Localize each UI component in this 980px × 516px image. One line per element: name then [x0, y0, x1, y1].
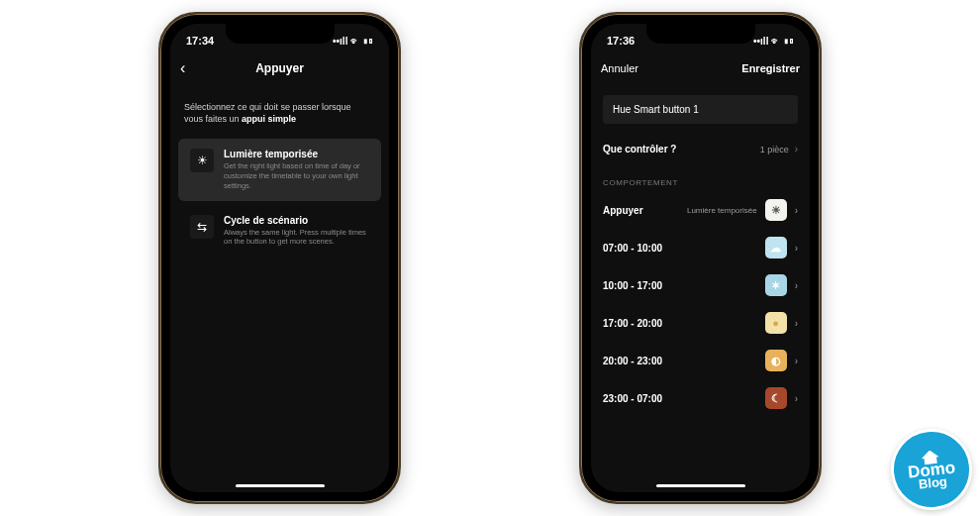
time-slot-row[interactable]: 20:00 - 23:00◐›	[591, 342, 810, 379]
watermark-text-2: Blog	[918, 475, 947, 490]
save-button[interactable]: Enregistrer	[741, 62, 800, 74]
intro-line2-prefix: vous faites un	[184, 114, 242, 124]
option-text: Lumière temporiséeGet the right light ba…	[224, 149, 369, 190]
time-slot-row[interactable]: 07:00 - 10:00☁›	[591, 229, 810, 266]
sun-timed-icon: ☀	[190, 149, 214, 172]
time-slot-row[interactable]: 23:00 - 07:00☾›	[591, 379, 810, 417]
chevron-right-icon: ›	[795, 356, 798, 366]
phone-left: 17:34 ••ıll ᯤ ▮▯ ‹ Appuyer Sélectionnez …	[158, 12, 401, 504]
scene-icon: ☁	[765, 237, 787, 258]
option-desc: Get the right light based on time of day…	[224, 161, 369, 190]
press-value: Lumière temporisée	[687, 206, 757, 215]
time-slot-label: 23:00 - 07:00	[603, 393, 662, 404]
chevron-right-icon: ›	[795, 144, 798, 155]
control-value: 1 pièce	[760, 145, 789, 155]
device-name-field[interactable]: Hue Smart button 1	[603, 95, 798, 124]
sun-timed-icon: ☀	[765, 199, 787, 221]
status-indicators: ••ıll ᯤ ▮▯	[753, 36, 794, 47]
cancel-button[interactable]: Annuler	[601, 62, 638, 74]
device-name-value: Hue Smart button 1	[613, 104, 699, 115]
time-slot-label: 17:00 - 20:00	[603, 318, 662, 329]
time-slot-row[interactable]: 10:00 - 17:00✶›	[591, 266, 810, 304]
control-label: Que contrôler ?	[603, 144, 676, 155]
time-slot-label: 20:00 - 23:00	[603, 356, 662, 366]
press-label: Appuyer	[603, 205, 643, 216]
nav-header: ‹ Appuyer	[170, 52, 389, 85]
notch	[646, 24, 755, 44]
notch	[226, 24, 335, 44]
section-header-behavior: COMPORTEMENT	[591, 164, 810, 191]
chevron-right-icon: ›	[795, 393, 798, 404]
intro-line2-bold: appui simple	[242, 114, 296, 124]
option-text: Cycle de scénarioAlways the same light. …	[224, 215, 369, 248]
chevron-right-icon: ›	[795, 243, 798, 254]
page-title: Appuyer	[255, 61, 304, 75]
behavior-option[interactable]: ⇆Cycle de scénarioAlways the same light.…	[178, 205, 381, 258]
chevron-right-icon: ›	[795, 318, 798, 329]
scene-icon: ☾	[765, 387, 787, 409]
chevron-right-icon: ›	[795, 280, 798, 291]
option-title: Cycle de scénario	[224, 215, 369, 226]
chevron-right-icon: ›	[795, 205, 798, 216]
nav-header: Annuler Enregistrer	[591, 52, 810, 85]
cycle-icon: ⇆	[190, 215, 214, 239]
time-slot-row[interactable]: 17:00 - 20:00●›	[591, 304, 810, 342]
option-desc: Always the same light. Press multiple ti…	[224, 228, 369, 248]
control-row[interactable]: Que contrôler ? 1 pièce ›	[591, 134, 810, 164]
status-time: 17:36	[607, 35, 635, 47]
status-indicators: ••ıll ᯤ ▮▯	[333, 36, 373, 47]
home-indicator[interactable]	[656, 484, 745, 487]
press-behavior-row[interactable]: Appuyer Lumière temporisée ☀ ›	[591, 191, 810, 229]
domoblog-watermark: Domo Blog	[887, 425, 976, 514]
home-indicator[interactable]	[236, 484, 325, 487]
intro-text: Sélectionnez ce qui doit se passer lorsq…	[170, 85, 389, 135]
time-slot-label: 07:00 - 10:00	[603, 243, 662, 254]
phone-right: 17:36 ••ıll ᯤ ▮▯ Annuler Enregistrer Hue…	[579, 12, 822, 504]
status-time: 17:34	[186, 35, 214, 47]
behavior-option[interactable]: ☀Lumière temporiséeGet the right light b…	[178, 139, 381, 200]
scene-icon: ◐	[765, 350, 787, 371]
scene-icon: ✶	[765, 274, 787, 296]
option-title: Lumière temporisée	[224, 149, 369, 159]
screen-right: 17:36 ••ıll ᯤ ▮▯ Annuler Enregistrer Hue…	[591, 24, 810, 492]
back-chevron-icon[interactable]: ‹	[180, 59, 185, 77]
screen-left: 17:34 ••ıll ᯤ ▮▯ ‹ Appuyer Sélectionnez …	[170, 24, 389, 492]
scene-icon: ●	[765, 312, 787, 334]
time-slot-label: 10:00 - 17:00	[603, 280, 662, 291]
intro-line1: Sélectionnez ce qui doit se passer lorsq…	[184, 102, 351, 112]
